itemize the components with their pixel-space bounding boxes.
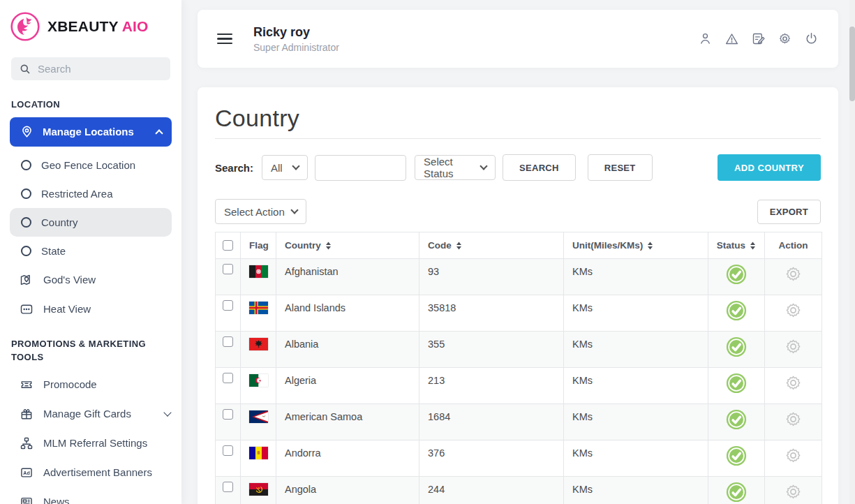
form-edit-icon[interactable] bbox=[751, 31, 766, 46]
sort-icon[interactable] bbox=[456, 242, 462, 250]
user-icon[interactable] bbox=[698, 31, 713, 46]
country-cell: Algeria bbox=[276, 368, 419, 404]
status-active-icon[interactable] bbox=[726, 482, 747, 503]
brand-name-primary: XBEAUTY bbox=[47, 18, 118, 34]
settings-icon[interactable] bbox=[778, 31, 792, 46]
filters-row: Search: All Select Status SEARCH RESET A… bbox=[215, 154, 821, 181]
row-checkbox[interactable] bbox=[223, 300, 233, 311]
section-label-promotions: PROMOTIONS & MARKETING TOOLS bbox=[11, 338, 151, 364]
sidebar-item-promocode[interactable]: Promocode bbox=[0, 370, 181, 399]
search-icon bbox=[18, 62, 32, 76]
flag-icon-as bbox=[249, 410, 268, 423]
unit-cell: KMs bbox=[564, 477, 708, 504]
row-settings-gear-icon[interactable] bbox=[784, 482, 803, 501]
brand[interactable]: XBEAUTY AIO bbox=[0, 0, 181, 50]
map-pin-icon bbox=[20, 125, 34, 139]
select-all-header bbox=[216, 232, 241, 259]
scrollbar-thumb[interactable] bbox=[849, 27, 855, 101]
status-active-icon[interactable] bbox=[726, 373, 747, 394]
status-active-icon[interactable] bbox=[726, 336, 747, 357]
sidebar-item-country[interactable]: Country bbox=[10, 208, 172, 237]
ticket-icon bbox=[20, 378, 34, 392]
flag-icon-al bbox=[249, 338, 268, 350]
brand-name-accent: AIO bbox=[122, 18, 149, 34]
country-cell: American Samoa bbox=[276, 404, 419, 440]
search-field-select[interactable]: All bbox=[262, 155, 308, 180]
sidebar-item-label: Manage Locations bbox=[43, 126, 147, 138]
export-button[interactable]: EXPORT bbox=[757, 200, 821, 224]
sidebar-item-label: Manage Gift Cards bbox=[43, 408, 155, 420]
sidebar-item-restricted-area[interactable]: Restricted Area bbox=[0, 179, 181, 208]
row-checkbox[interactable] bbox=[223, 264, 233, 274]
country-table: Flag Country Code bbox=[215, 232, 822, 504]
table-row: American Samoa1684KMs bbox=[216, 404, 822, 440]
flag-icon-ax bbox=[249, 302, 268, 314]
sidebar-item-state[interactable]: State bbox=[0, 237, 181, 265]
hamburger-menu-icon[interactable] bbox=[217, 31, 232, 47]
add-country-button[interactable]: ADD COUNTRY bbox=[718, 154, 821, 181]
section-label-location: LOCATION bbox=[11, 98, 170, 112]
row-settings-gear-icon[interactable] bbox=[784, 265, 803, 283]
sidebar-item-manage-locations[interactable]: Manage Locations bbox=[10, 117, 172, 147]
country-cell: Andorra bbox=[276, 440, 419, 477]
sort-icon[interactable] bbox=[647, 242, 653, 250]
select-all-checkbox[interactable] bbox=[223, 240, 233, 251]
reset-button[interactable]: RESET bbox=[588, 154, 653, 181]
sidebar-item-label: God's View bbox=[43, 274, 96, 286]
sidebar-item-gods-view[interactable]: God's View bbox=[0, 265, 181, 295]
top-header: Ricky roy Super Administrator bbox=[198, 10, 838, 68]
sidebar-search[interactable] bbox=[11, 57, 170, 80]
row-settings-gear-icon[interactable] bbox=[784, 373, 803, 392]
country-cell: Afghanistan bbox=[276, 259, 419, 295]
row-checkbox[interactable] bbox=[223, 409, 233, 420]
column-header-code[interactable]: Code bbox=[419, 232, 564, 259]
sidebar-item-geo-fence-location[interactable]: Geo Fence Location bbox=[0, 151, 181, 179]
page-title: Country bbox=[215, 105, 821, 132]
status-active-icon[interactable] bbox=[726, 264, 747, 285]
column-header-status[interactable]: Status bbox=[708, 232, 765, 259]
row-settings-gear-icon[interactable] bbox=[784, 446, 803, 465]
row-settings-gear-icon[interactable] bbox=[784, 410, 803, 429]
status-select[interactable]: Select Status bbox=[415, 155, 496, 180]
sidebar-item-advertisement-banners[interactable]: Ad Advertisement Banners bbox=[0, 458, 181, 487]
row-checkbox[interactable] bbox=[223, 336, 233, 347]
table-row: Algeria213KMs bbox=[216, 368, 822, 404]
bulk-action-select[interactable]: Select Action bbox=[215, 199, 306, 224]
row-settings-gear-icon[interactable] bbox=[784, 337, 803, 356]
chevron-down-icon bbox=[290, 206, 298, 214]
row-settings-gear-icon[interactable] bbox=[784, 301, 803, 320]
search-button[interactable]: SEARCH bbox=[503, 154, 576, 181]
sidebar-item-heat-view[interactable]: Heat View bbox=[0, 295, 181, 324]
map-marker-icon bbox=[20, 273, 34, 287]
status-active-icon[interactable] bbox=[726, 300, 747, 321]
user-name: Ricky roy bbox=[253, 25, 339, 40]
brand-logo-icon bbox=[10, 11, 40, 42]
sidebar-item-mlm-referral-settings[interactable]: MLM Referral Settings bbox=[0, 429, 181, 458]
status-active-icon[interactable] bbox=[726, 445, 747, 466]
page-scrollbar[interactable] bbox=[849, 0, 855, 504]
header-icons bbox=[698, 31, 819, 46]
sort-icon[interactable] bbox=[325, 242, 332, 250]
status-active-icon[interactable] bbox=[726, 409, 747, 430]
power-icon[interactable] bbox=[804, 31, 819, 46]
sort-icon[interactable] bbox=[750, 242, 756, 250]
news-icon bbox=[20, 495, 34, 504]
flag-icon-dz bbox=[249, 374, 268, 387]
row-checkbox[interactable] bbox=[223, 482, 233, 492]
code-cell: 93 bbox=[419, 259, 564, 295]
sidebar-item-news[interactable]: News bbox=[0, 487, 181, 504]
sidebar-item-label: Country bbox=[41, 216, 78, 228]
sidebar-item-label: Heat View bbox=[43, 303, 91, 315]
column-header-unit[interactable]: Unit(Miles/KMs) bbox=[564, 232, 708, 259]
warning-icon[interactable] bbox=[724, 31, 739, 46]
search-text-input[interactable] bbox=[315, 155, 406, 181]
row-checkbox[interactable] bbox=[223, 445, 233, 456]
user-info: Ricky roy Super Administrator bbox=[253, 25, 339, 53]
table-row: Andorra376KMs bbox=[216, 440, 822, 477]
row-checkbox[interactable] bbox=[223, 373, 233, 383]
sidebar-item-manage-gift-cards[interactable]: Manage Gift Cards bbox=[0, 399, 181, 429]
search-input[interactable] bbox=[38, 63, 163, 75]
code-cell: 213 bbox=[419, 368, 564, 404]
heat-map-icon bbox=[20, 302, 34, 316]
column-header-country[interactable]: Country bbox=[276, 232, 419, 259]
